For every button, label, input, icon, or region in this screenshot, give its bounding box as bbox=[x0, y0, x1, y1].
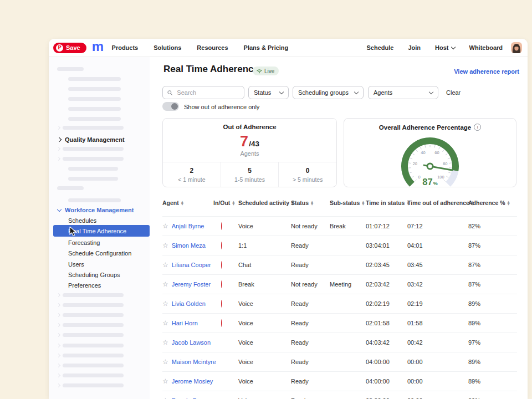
sidebar-skeleton-bar bbox=[63, 313, 124, 317]
out-of-adherence-dot bbox=[221, 319, 222, 327]
sidebar-skeleton-chevron bbox=[57, 383, 60, 387]
sidebar-skeleton-chevron bbox=[57, 374, 60, 377]
avatar[interactable] bbox=[511, 42, 522, 53]
sidebar-item-schedules[interactable]: Schedules bbox=[49, 215, 150, 226]
chevron-down-icon bbox=[429, 90, 433, 94]
column-label: Agent bbox=[162, 200, 179, 206]
nav-item-solutions[interactable]: Solutions bbox=[154, 44, 181, 51]
scheduled-activity-cell: Break bbox=[238, 281, 291, 288]
clear-filters-button[interactable]: Clear bbox=[446, 89, 461, 96]
star-icon[interactable]: ☆ bbox=[162, 300, 168, 308]
column-label: In/Out bbox=[213, 200, 230, 206]
gauge-tick bbox=[446, 154, 448, 155]
sidebar-item-real-time-adherence[interactable]: Real Time Adherence bbox=[53, 225, 150, 237]
out-of-adherence-dot bbox=[221, 242, 222, 249]
sub-status-cell: Break bbox=[330, 223, 366, 229]
agent-link[interactable]: Hari Horn bbox=[172, 320, 198, 326]
inout-cell bbox=[213, 320, 238, 326]
miro-logo[interactable]: m bbox=[92, 39, 103, 54]
nav-item-products[interactable]: Products bbox=[112, 44, 139, 51]
agent-link[interactable]: Simon Meza bbox=[172, 242, 206, 249]
gauge-tick-label: 80 bbox=[443, 161, 447, 166]
breakdown-value: 0 bbox=[306, 167, 310, 175]
star-icon[interactable]: ☆ bbox=[162, 377, 168, 385]
column-header-time-in-status[interactable]: Time in status▲▼ bbox=[366, 200, 407, 206]
time-out-of-adherence-cell: 07:12 bbox=[407, 223, 468, 229]
gauge-tick bbox=[415, 180, 416, 181]
star-icon[interactable]: ☆ bbox=[162, 222, 168, 230]
column-header-status[interactable]: Status▲▼ bbox=[291, 200, 330, 206]
sidebar-item-preferences[interactable]: Preferences bbox=[49, 280, 150, 290]
sidebar-skeleton-bar bbox=[63, 147, 124, 151]
nav-item-whiteboard[interactable]: Whiteboard bbox=[469, 44, 503, 51]
column-label: Adherence % bbox=[468, 200, 505, 206]
sidebar-section-workforce-management[interactable]: Workforce Management bbox=[58, 206, 134, 214]
nav-item-resources[interactable]: Resources bbox=[197, 44, 228, 51]
inout-cell bbox=[213, 378, 238, 385]
gauge-tick-label: 40 bbox=[421, 150, 425, 155]
column-label: Time out of adherence bbox=[407, 200, 469, 206]
star-icon[interactable]: ☆ bbox=[162, 358, 168, 366]
nav-item-plans-pricing[interactable]: Plans & Pricing bbox=[244, 44, 289, 51]
dropdown-status[interactable]: Status bbox=[248, 86, 289, 99]
column-header-in-out[interactable]: In/Out▲▼ bbox=[213, 200, 238, 206]
column-header-adherence[interactable]: Adherence %▲▼ bbox=[468, 200, 517, 206]
show-out-of-adherence-toggle[interactable] bbox=[162, 102, 179, 111]
info-icon[interactable]: i bbox=[474, 124, 481, 131]
column-header-time-out-of-adherence[interactable]: Time out of adherence▲▼ bbox=[407, 200, 468, 206]
adherence-cell: 87% bbox=[468, 262, 517, 268]
status-cell: Ready bbox=[291, 320, 330, 326]
sidebar-item-users[interactable]: Users bbox=[49, 259, 150, 269]
main-content: Real Time Adherence Live View adherence … bbox=[150, 57, 528, 399]
gauge-title: Overall Adherence Percentage bbox=[379, 124, 471, 131]
live-badge: Live bbox=[253, 66, 279, 75]
agent-cell: ☆Livia Golden bbox=[162, 300, 213, 308]
pinterest-save-button[interactable]: P Save bbox=[53, 43, 86, 53]
out-of-adherence-dot bbox=[221, 222, 222, 230]
time-out-of-adherence-cell: 03:42 bbox=[407, 281, 468, 288]
column-header-scheduled-activity[interactable]: Scheduled activity▲▼ bbox=[238, 200, 291, 206]
sidebar-item-schedule-configuration[interactable]: Schedule Configuration bbox=[49, 248, 150, 258]
search-box[interactable] bbox=[162, 86, 244, 99]
time-in-status-cell: 03:04:01 bbox=[366, 242, 407, 249]
sidebar-skeleton-bar bbox=[68, 77, 121, 81]
agent-link[interactable]: Jeremy Foster bbox=[172, 281, 211, 288]
time-in-status-cell: 02:03:42 bbox=[366, 281, 407, 288]
overall-adherence-card: Overall Adherence Percentage i 020406080… bbox=[344, 118, 516, 187]
star-icon[interactable]: ☆ bbox=[162, 261, 168, 269]
sidebar-skeleton-chevron bbox=[57, 293, 60, 297]
agent-link[interactable]: Livia Golden bbox=[172, 300, 206, 307]
dropdown-label: Agents bbox=[374, 89, 392, 96]
sidebar-section-quality-management[interactable]: Quality Management bbox=[58, 136, 125, 144]
agent-cell: ☆Jerome Mosley bbox=[162, 377, 213, 385]
scheduled-activity-cell: 1:1 bbox=[238, 242, 291, 249]
view-adherence-report-link[interactable]: View adherence report bbox=[454, 68, 519, 75]
star-icon[interactable]: ☆ bbox=[162, 280, 168, 288]
agent-link[interactable]: Liliana Cooper bbox=[172, 262, 211, 268]
dropdown-agents[interactable]: Agents bbox=[368, 86, 438, 99]
column-header-sub-status[interactable]: Sub-status▲▼ bbox=[330, 200, 366, 206]
nav-item-join[interactable]: Join bbox=[408, 44, 421, 51]
agent-cell: ☆Jacob Lawson bbox=[162, 339, 213, 346]
star-icon[interactable]: ☆ bbox=[162, 319, 168, 327]
nav-item-schedule[interactable]: Schedule bbox=[367, 44, 394, 51]
agent-link[interactable]: Maison Mcintyre bbox=[172, 359, 216, 365]
star-icon[interactable]: ☆ bbox=[162, 242, 168, 249]
table-row: ☆Jacob LawsonVoiceReady04:03:4200:4297% bbox=[162, 332, 517, 352]
search-input[interactable] bbox=[176, 89, 239, 96]
nav-item-host[interactable]: Host bbox=[435, 44, 454, 51]
agent-link[interactable]: Jacob Lawson bbox=[172, 339, 211, 346]
agent-link[interactable]: Jerome Mosley bbox=[172, 378, 213, 385]
sidebar-skeleton-bar bbox=[68, 97, 121, 101]
inout-cell bbox=[213, 242, 238, 249]
column-header-agent[interactable]: Agent▲▼ bbox=[162, 200, 213, 206]
sidebar-skeleton-bar bbox=[63, 374, 124, 377]
agent-link[interactable]: Anjali Byrne bbox=[172, 223, 204, 229]
sidebar-item-forecasting[interactable]: Forecasting bbox=[49, 237, 150, 248]
star-icon[interactable]: ☆ bbox=[162, 339, 168, 346]
star-icon[interactable]: ☆ bbox=[162, 397, 168, 399]
agent-cell: ☆Reggie Pearson bbox=[162, 397, 213, 399]
sidebar-item-scheduling-groups[interactable]: Scheduling Groups bbox=[49, 269, 150, 280]
adherence-breakdown: 2< 1 minute51-5 minutes0> 5 minutes bbox=[163, 162, 336, 187]
dropdown-scheduling-groups[interactable]: Scheduling groups bbox=[293, 86, 364, 99]
